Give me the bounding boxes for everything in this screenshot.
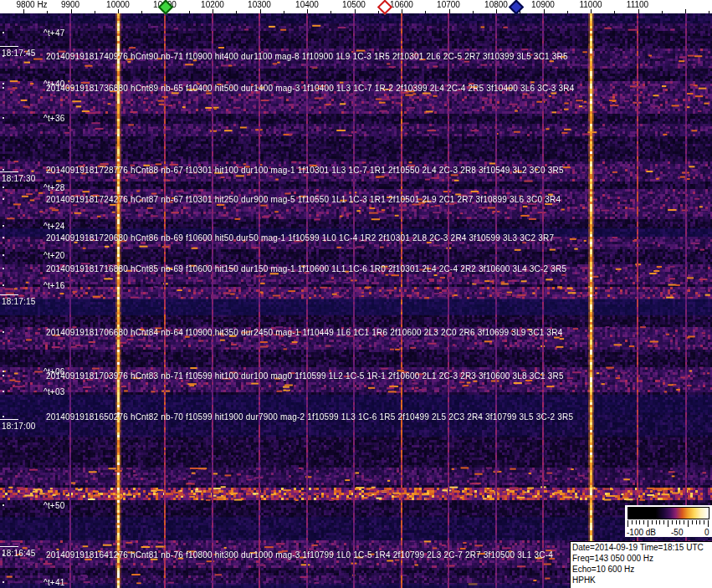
frequency-tick [118,9,119,13]
frequency-tick-label: 11000 [579,0,602,9]
frequency-tick-label: 10800 [484,0,508,9]
info-line: Date=2014-09-19 Time=18:15 UTC [571,542,712,553]
frequency-tick [236,11,237,13]
frequency-tick [473,11,474,13]
frequency-tick-label: 10700 [437,0,460,9]
db-scale-label: -50 [671,528,683,537]
frequency-tick-label: 10200 [201,0,224,9]
spectrogram-app-window: 9800 Hz990010000101001020010300104001050… [0,0,712,588]
frequency-tick-label: 10300 [248,0,271,9]
frequency-tick [260,9,261,13]
frequency-tick-label: 11100 [627,0,648,9]
frequency-tick [449,9,450,13]
db-scale-ruler [627,520,709,527]
frequency-tick [425,11,426,13]
frequency-tick [709,11,709,13]
frequency-tick-label: 10900 [531,0,555,9]
frequency-tick-label: 10600 [390,0,413,9]
frequency-tick [141,11,142,13]
info-line: HPHK [571,575,712,585]
frequency-tick [685,9,686,13]
frequency-tick [23,9,24,13]
frequency-tick-label: 10000 [106,0,130,9]
frequency-tick [189,11,190,13]
frequency-tick [47,11,48,13]
db-color-scale-legend: -100 dB-500 [625,505,712,537]
db-scale-label: -100 dB [627,528,656,537]
frequency-tick [95,11,95,13]
db-scale-label: 0 [704,528,709,537]
frequency-tick [307,9,308,13]
frequency-tick [544,9,545,13]
frequency-tick [284,11,284,13]
frequency-tick [638,9,639,13]
frequency-tick [496,9,497,13]
frequency-tick [71,9,72,13]
frequency-tick [378,11,379,13]
frequency-tick [330,11,331,13]
frequency-tick [614,11,615,13]
frequency-tick-label: 10400 [295,0,319,9]
frequency-tick [213,9,213,13]
marker-blue-diamond[interactable] [509,0,524,15]
status-info-box: Date=2014-09-19 Time=18:15 UTCFreq=143 0… [570,541,712,588]
frequency-tick-label: 10500 [342,0,366,9]
info-line: Echo=10 600 Hz [571,564,712,575]
frequency-tick [355,9,356,13]
frequency-tick [662,11,663,13]
db-gradient-bar [627,507,709,519]
frequency-tick-label: 9800 Hz [16,0,47,9]
frequency-tick [567,11,568,13]
frequency-tick [402,9,402,13]
info-line: Freq=143 050 000 Hz [571,553,712,564]
frequency-tick [520,11,520,13]
waterfall-spectrogram [0,13,712,588]
frequency-axis: 9800 Hz990010000101001020010300104001050… [0,0,712,13]
frequency-tick-label: 9900 [61,0,79,9]
frequency-tick [591,9,592,13]
